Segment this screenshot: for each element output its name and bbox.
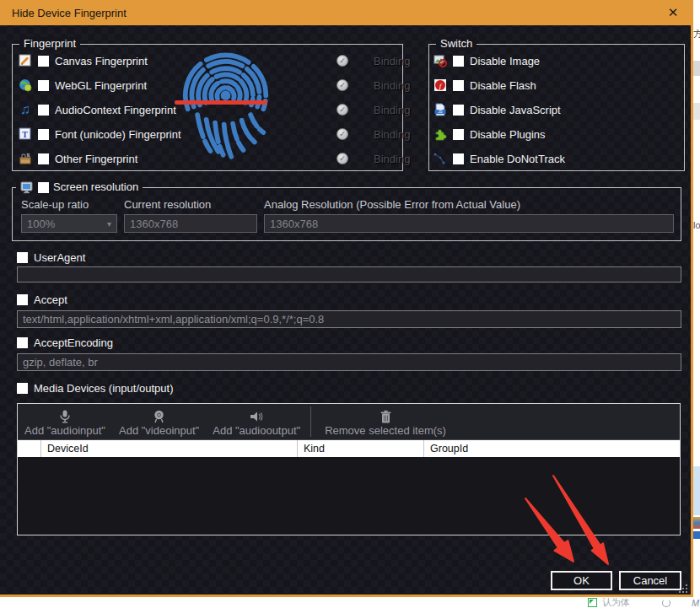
canvas-fingerprint-checkbox[interactable] — [38, 56, 49, 67]
disable-javascript-row: JS Disable JavaScript — [433, 102, 561, 117]
other-binding-label: Binding — [374, 153, 410, 165]
toolbox-icon — [19, 152, 32, 165]
disable-plugins-label: Disable Plugins — [470, 128, 546, 141]
device-table-header: DeviceId Kind GroupId — [18, 440, 680, 457]
device-table-body[interactable] — [18, 457, 680, 535]
other-fingerprint-checkbox[interactable] — [38, 153, 49, 164]
resize-grip[interactable] — [677, 583, 687, 593]
audiocontext-binding-label: Binding — [374, 104, 410, 116]
column-header-groupid[interactable]: GroupId — [424, 440, 680, 457]
add-audioinput-button[interactable]: Add "audioinput" — [18, 404, 112, 439]
useragent-label: UserAgent — [34, 251, 85, 264]
background-block — [693, 531, 700, 539]
background-window-bottom-sliver: 认为体 M — [0, 597, 700, 608]
globe-icon — [19, 78, 32, 92]
add-audiooutput-label: Add "audiooutput" — [213, 424, 300, 437]
canvas-fingerprint-row: Canvas Fingerprint — [19, 53, 148, 68]
column-header-kind[interactable]: Kind — [298, 440, 424, 457]
chevron-down-icon: ▾ — [107, 219, 111, 229]
font-icon: T — [19, 127, 32, 141]
font-binding-check-icon[interactable]: ✓ — [337, 128, 348, 140]
current-resolution-field[interactable]: 1360x768 — [124, 214, 257, 233]
useragent-checkbox[interactable] — [17, 252, 28, 263]
disable-flash-checkbox[interactable] — [453, 80, 464, 91]
close-icon[interactable]: ✕ — [665, 5, 681, 20]
background-window-right-sliver: 方 lo — [693, 0, 700, 608]
background-glyph: M — [692, 597, 699, 608]
scale-up-ratio-select[interactable]: 100% ▾ — [21, 214, 117, 233]
no-image-icon — [433, 54, 447, 67]
disable-flash-row: f Disable Flash — [433, 78, 536, 93]
ok-button[interactable]: OK — [551, 571, 612, 590]
screen-resolution-group: Screen resolution Scale-up ratio Current… — [12, 187, 681, 241]
other-fingerprint-label: Other Fingerprint — [55, 153, 137, 165]
add-videoinput-button[interactable]: Add "videoinput" — [112, 404, 206, 439]
add-audiooutput-button[interactable]: Add "audiooutput" — [206, 404, 307, 439]
accept-label: Accept — [34, 293, 67, 306]
background-text-fragment: 方 — [693, 29, 700, 39]
refresh-icon — [662, 597, 670, 608]
svg-text:T: T — [22, 130, 28, 139]
audiocontext-binding-check-icon[interactable]: ✓ — [337, 104, 348, 116]
microphone-icon — [59, 410, 71, 424]
hide-device-fingerprint-dialog: Hide Device Fingerprint ✕ Fingerprint Ca… — [0, 0, 693, 597]
fingerprint-scanline — [175, 100, 267, 105]
accept-checkbox[interactable] — [17, 294, 28, 305]
switch-group-legend: Switch — [436, 37, 477, 51]
svg-text:JS: JS — [438, 110, 442, 114]
current-resolution-label: Current resolution — [124, 198, 211, 211]
accept-encoding-label: AcceptEncoding — [34, 336, 113, 349]
screen-resolution-legend: Screen resolution — [16, 180, 143, 194]
canvas-fingerprint-label: Canvas Fingerprint — [55, 55, 148, 67]
column-header-deviceid[interactable]: DeviceId — [41, 440, 298, 457]
screen-resolution-checkbox[interactable] — [38, 182, 49, 193]
scale-up-ratio-label: Scale-up ratio — [21, 198, 89, 211]
speaker-icon — [249, 410, 264, 424]
scale-up-ratio-value: 100% — [27, 218, 55, 230]
disable-plugins-checkbox[interactable] — [453, 129, 464, 140]
accept-encoding-input[interactable] — [17, 353, 681, 371]
accept-encoding-row: AcceptEncoding — [17, 336, 113, 349]
js-file-icon: JS — [433, 103, 447, 116]
cancel-button[interactable]: Cancel — [619, 571, 681, 590]
font-fingerprint-checkbox[interactable] — [38, 129, 49, 140]
accept-encoding-checkbox[interactable] — [17, 337, 28, 348]
accept-row: Accept — [17, 293, 67, 306]
webgl-fingerprint-checkbox[interactable] — [38, 80, 49, 91]
media-devices-row: Media Devices (input/output) — [17, 382, 173, 395]
media-devices-panel: Add "audioinput" Add "videoinput" Add "a… — [17, 403, 681, 535]
background-block — [693, 61, 700, 76]
webgl-binding-label: Binding — [374, 79, 410, 92]
analog-resolution-field[interactable]: 1360x768 — [264, 214, 674, 233]
disable-plugins-row: Disable Plugins — [433, 126, 546, 142]
useragent-input[interactable] — [17, 266, 681, 282]
other-binding-check-icon[interactable]: ✓ — [337, 153, 348, 164]
remove-selected-button[interactable]: Remove selected item(s) — [315, 404, 453, 439]
enable-donottrack-checkbox[interactable] — [453, 153, 464, 164]
disable-image-checkbox[interactable] — [453, 56, 464, 67]
enable-donottrack-row: Enable DoNotTrack — [433, 151, 565, 166]
flash-icon: f — [433, 78, 447, 92]
current-resolution-value: 1360x768 — [130, 218, 178, 230]
plugin-icon — [433, 127, 447, 141]
media-devices-checkbox[interactable] — [17, 383, 28, 394]
audiocontext-fingerprint-checkbox[interactable] — [38, 105, 49, 116]
webgl-fingerprint-row: WebGL Fingerprint — [19, 78, 147, 93]
useragent-row: UserAgent — [17, 251, 85, 264]
flag-icon — [588, 597, 597, 608]
font-fingerprint-label: Font (unicode) Fingerprint — [55, 128, 181, 141]
toolbar-separator — [310, 406, 311, 437]
media-devices-toolbar: Add "audioinput" Add "videoinput" Add "a… — [18, 404, 680, 440]
ok-button-label: OK — [573, 574, 590, 587]
dialog-titlebar[interactable]: Hide Device Fingerprint ✕ — [0, 0, 691, 25]
audiocontext-fingerprint-row: ♫ AudioContext Fingerprint — [19, 102, 176, 117]
accept-input[interactable] — [17, 310, 681, 328]
canvas-binding-check-icon[interactable]: ✓ — [337, 55, 348, 67]
add-audioinput-label: Add "audioinput" — [24, 424, 105, 437]
audiocontext-fingerprint-label: AudioContext Fingerprint — [55, 104, 176, 116]
add-videoinput-label: Add "videoinput" — [119, 424, 199, 437]
disable-javascript-checkbox[interactable] — [453, 105, 464, 116]
dialog-title: Hide Device Fingerprint — [12, 7, 127, 19]
webgl-binding-check-icon[interactable]: ✓ — [337, 79, 348, 91]
disable-image-label: Disable Image — [470, 55, 540, 67]
